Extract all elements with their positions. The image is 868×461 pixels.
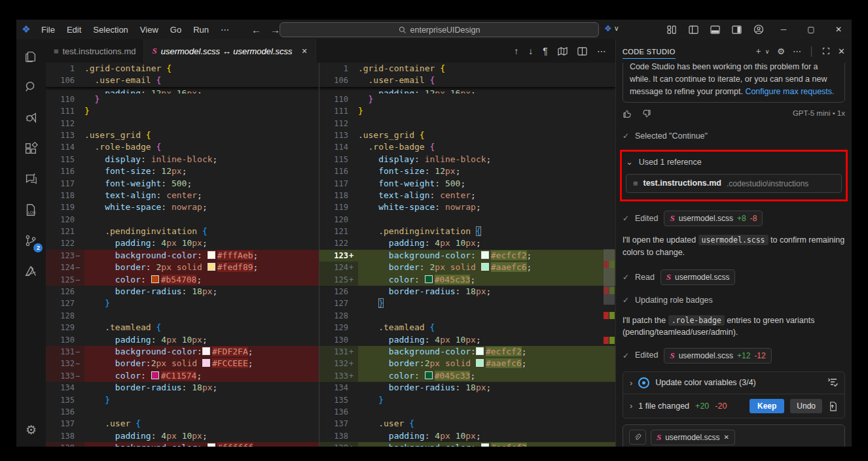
code-line-left-120[interactable]: 120 [46,214,319,226]
edited-file-chip[interactable]: S usermodel.scss +12 -12 [664,348,771,364]
color-swatch[interactable] [481,443,489,447]
toggle-secondary-sidebar-icon[interactable] [732,25,742,35]
copilot-menu[interactable]: ❖∨ [604,24,619,33]
code-line-left-134[interactable]: 134 border-radius: 18px; [46,382,319,394]
code-line-left-137[interactable]: 137 .user { [46,418,319,430]
line-number[interactable]: 126 [319,286,348,298]
code-line-right-129[interactable]: 129 .teamlead { [319,322,615,333]
line-number[interactable]: 126 [46,286,75,298]
code-line-left-128[interactable]: 128 [46,310,319,322]
line-number[interactable]: 138 [319,430,348,442]
line-number[interactable]: 134 [46,382,75,394]
configure-max-requests-link[interactable]: Configure max requests. [745,87,834,96]
line-number[interactable]: 1 [319,63,348,75]
line-number[interactable]: 120 [46,214,75,226]
close-button[interactable]: ✕ [831,25,846,34]
line-number[interactable]: 113 [319,129,348,141]
code-line-right-132[interactable]: 132+ border:2px solid #aaefc6; [319,358,615,369]
code-line-right-110[interactable]: 110 } [319,94,615,105]
chat-icon[interactable] [20,169,41,190]
line-number[interactable]: 131 [46,346,75,358]
code-line-right-111[interactable]: 111} [319,105,615,117]
line-number[interactable]: 121 [46,226,75,237]
remove-chip-icon[interactable]: ✕ [724,432,729,442]
line-number[interactable]: 122 [319,237,348,249]
panel-gear-icon[interactable]: ⚙ [777,46,785,56]
code-line-left-113[interactable]: 113.users_grid { [46,129,319,141]
line-number[interactable]: 128 [319,310,348,322]
context-file-chip[interactable]: S usermodel.scss ✕ [651,430,735,445]
line-number[interactable]: 116 [46,165,75,177]
code-line-left-119[interactable]: 119 white-space: nowrap; [46,201,319,213]
code-line-left-sticky-1[interactable]: 1.grid-container { [46,63,319,75]
code-line-left-139[interactable]: 139− background-color: #ffffff; [46,442,319,447]
line-number[interactable]: 134 [319,382,348,394]
color-swatch[interactable] [481,263,489,271]
line-number[interactable]: 136 [319,406,348,418]
line-number[interactable]: 133 [319,370,348,382]
nav-forward-icon[interactable]: → [270,24,280,35]
close-panel-icon[interactable]: ✕ [838,46,845,56]
code-line-right-134[interactable]: 134 border-radius: 18px; [319,382,615,394]
code-line-right-116[interactable]: 116 font-size: 12px; [319,165,615,177]
line-number[interactable]: 115 [46,154,75,165]
line-number[interactable]: 106 [319,75,348,86]
line-number[interactable]: 117 [319,178,348,190]
code-line-right-136[interactable]: 136 [319,406,615,418]
line-number[interactable]: 118 [46,190,75,201]
color-swatch[interactable] [151,275,159,283]
line-number[interactable]: 127 [46,298,75,309]
todo-list-row[interactable]: › Update color variables (3/4) [623,372,844,394]
code-line-left-133[interactable]: 133− color: #C11574; [46,370,319,382]
overview-ruler[interactable] [603,63,615,447]
tab-close-icon[interactable]: ✕ [302,47,308,56]
diff-pane-modified[interactable]: 1.grid-container {106 .user-email { padd… [319,63,615,447]
code-line-right-128[interactable]: 128 [319,310,615,322]
minimize-button[interactable]: ─ [776,25,791,34]
account-icon[interactable] [753,24,764,35]
code-line-left-123[interactable]: 123− background-color: #fffAeb; [46,250,319,262]
menu-selection[interactable]: Selection [88,23,133,37]
references-toggle[interactable]: ⌄ Used 1 reference [626,156,842,169]
line-number[interactable]: 110 [46,94,75,105]
line-number[interactable]: 106 [46,75,75,86]
line-number[interactable]: 135 [319,394,348,406]
chat-input-box[interactable]: S usermodel.scss ✕ Describe what to buil… [623,424,845,447]
code-line-left-118[interactable]: 118 text-align: center; [46,190,319,201]
code-line-right-138[interactable]: 138 padding: 4px 10px; [319,430,615,442]
color-swatch[interactable] [151,371,159,379]
line-number[interactable]: 122 [46,237,75,249]
code-line-left-sticky-106[interactable]: 106 .user-email { [46,75,319,86]
code-line-right-120[interactable]: 120 [319,214,615,226]
code-line-right-127[interactable]: 127 } [319,298,615,309]
code-line-right-126[interactable]: 126 border-radius: 18px; [319,286,615,298]
line-number[interactable]: 119 [319,201,348,213]
code-line-left-127[interactable]: 127 } [46,298,319,309]
line-number[interactable]: 138 [46,430,75,442]
code-line-right-133[interactable]: 133+ color: #045c33; [319,370,615,382]
line-number[interactable]: 112 [319,118,348,129]
menu-file[interactable]: File [36,23,60,37]
read-file-chip[interactable]: S usermodel.scss [660,269,736,285]
split-editor-icon[interactable] [577,46,587,56]
code-line-right-114[interactable]: 114 .role-badge { [319,141,615,153]
code-line-left-122[interactable]: 122 padding: 4px 10px; [46,237,319,249]
tab-usermodel-diff[interactable]: S usermodel.scss ↔ usermodel.scss ✕ [144,39,316,63]
panel-title[interactable]: CODE STUDIO [623,48,676,59]
line-number[interactable]: 130 [319,334,348,346]
line-number[interactable]: 116 [319,165,348,177]
color-swatch[interactable] [425,371,433,379]
line-number[interactable]: 123 [46,250,75,262]
code-line-left-129[interactable]: 129 .teamlead { [46,322,319,333]
whitespace-icon[interactable]: ¶ [543,46,548,56]
menu-edit[interactable]: Edit [62,23,86,37]
settings-gear-icon[interactable]: ⚙ [26,422,37,437]
source-control-icon[interactable]: 2 [20,230,41,251]
line-number[interactable]: 135 [46,394,75,406]
code-line-left-130[interactable]: 130 padding: 4px 10px; [46,334,319,346]
code-line-right-115[interactable]: 115 display: inline-block; [319,154,615,165]
code-line-left-[interactable]: padding: 12px 16px; [46,88,319,94]
code-line-left-110[interactable]: 110 } [46,94,319,105]
line-number[interactable]: 117 [46,178,75,190]
code-line-right-139[interactable]: 139+ background-color: #ecfcf2; [319,442,615,447]
